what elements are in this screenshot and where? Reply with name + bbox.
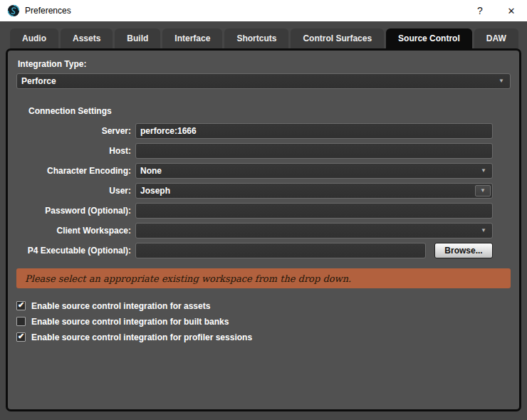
- connection-form: Server: Host: Character Encoding: None ▼: [16, 123, 511, 258]
- tab-shortcuts[interactable]: Shortcuts: [224, 28, 288, 48]
- p4-executable-label: P4 Executable (Optional):: [16, 246, 135, 256]
- connection-settings-heading: Connection Settings: [28, 106, 511, 116]
- user-dropdown-button[interactable]: ▼: [475, 185, 491, 196]
- enable-assets-label: Enable source control integration for as…: [31, 301, 210, 311]
- integration-type-label: Integration Type:: [18, 59, 511, 69]
- server-label: Server:: [16, 126, 135, 136]
- character-encoding-value: None: [140, 166, 488, 176]
- p4-executable-row: P4 Executable (Optional): Browse...: [16, 243, 493, 258]
- browse-button[interactable]: Browse...: [434, 243, 493, 258]
- titlebar: Preferences ? ✕: [0, 0, 527, 21]
- client-workspace-label: Client Workspace:: [16, 226, 135, 236]
- workspace-warning-banner: Please select an appropriate existing wo…: [16, 268, 511, 288]
- warning-message: Please select an appropriate existing wo…: [25, 273, 351, 284]
- password-label: Password (Optional):: [16, 206, 135, 216]
- checkbox-checked-icon[interactable]: ✔: [16, 301, 26, 310]
- tab-audio[interactable]: Audio: [10, 28, 58, 48]
- server-row: Server:: [16, 123, 493, 139]
- checkmark-icon: ✔: [18, 301, 24, 309]
- chevron-down-icon: ▼: [499, 78, 504, 84]
- window-title: Preferences: [25, 6, 71, 16]
- tab-interface[interactable]: Interface: [162, 28, 222, 48]
- client-workspace-select[interactable]: ▼: [135, 223, 493, 238]
- enable-profiler-sessions-label: Enable source control integration for pr…: [31, 332, 252, 342]
- user-combobox[interactable]: Joseph ▼: [135, 183, 493, 199]
- password-row: Password (Optional):: [16, 203, 493, 219]
- user-value: Joseph: [140, 186, 170, 196]
- tab-bar: Audio Assets Build Interface Shortcuts C…: [0, 21, 527, 48]
- preferences-window: Preferences ? ✕ Audio Assets Build Inter…: [0, 0, 527, 420]
- tab-assets[interactable]: Assets: [61, 28, 113, 48]
- tab-build[interactable]: Build: [115, 28, 160, 48]
- enable-assets-checkbox-row[interactable]: ✔ Enable source control integration for …: [16, 300, 511, 312]
- checkmark-icon: ✔: [18, 332, 24, 340]
- user-row: User: Joseph ▼: [16, 183, 493, 199]
- integration-type-select[interactable]: Perforce ▼: [16, 73, 511, 89]
- app-logo-icon: [7, 4, 20, 17]
- checkbox-unchecked-icon[interactable]: [16, 317, 26, 326]
- character-encoding-select[interactable]: None ▼: [135, 163, 493, 179]
- server-input[interactable]: [135, 123, 493, 139]
- integration-options: ✔ Enable source control integration for …: [16, 300, 511, 343]
- checkbox-checked-icon[interactable]: ✔: [16, 332, 26, 342]
- host-row: Host:: [16, 143, 493, 159]
- close-button[interactable]: ✕: [496, 0, 527, 21]
- enable-built-banks-checkbox-row[interactable]: Enable source control integration for bu…: [16, 315, 511, 327]
- client-workspace-row: Client Workspace: ▼: [16, 223, 493, 238]
- host-label: Host:: [16, 146, 135, 156]
- p4-executable-input[interactable]: [135, 243, 426, 258]
- tab-source-control[interactable]: Source Control: [386, 28, 472, 48]
- host-input[interactable]: [135, 143, 493, 159]
- tab-control-surfaces[interactable]: Control Surfaces: [291, 28, 384, 48]
- chevron-down-icon: ▼: [480, 188, 486, 194]
- character-encoding-label: Character Encoding:: [16, 166, 135, 176]
- source-control-panel: Integration Type: Perforce ▼ Connection …: [6, 48, 521, 411]
- help-button[interactable]: ?: [464, 0, 496, 21]
- password-input[interactable]: [135, 203, 493, 219]
- character-encoding-row: Character Encoding: None ▼: [16, 163, 493, 179]
- enable-built-banks-label: Enable source control integration for bu…: [31, 317, 229, 327]
- integration-type-value: Perforce: [21, 76, 506, 86]
- user-label: User:: [16, 186, 135, 196]
- chevron-down-icon: ▼: [481, 228, 486, 233]
- chevron-down-icon: ▼: [481, 168, 486, 174]
- enable-profiler-sessions-checkbox-row[interactable]: ✔ Enable source control integration for …: [16, 331, 511, 343]
- tab-daw[interactable]: DAW: [474, 28, 518, 48]
